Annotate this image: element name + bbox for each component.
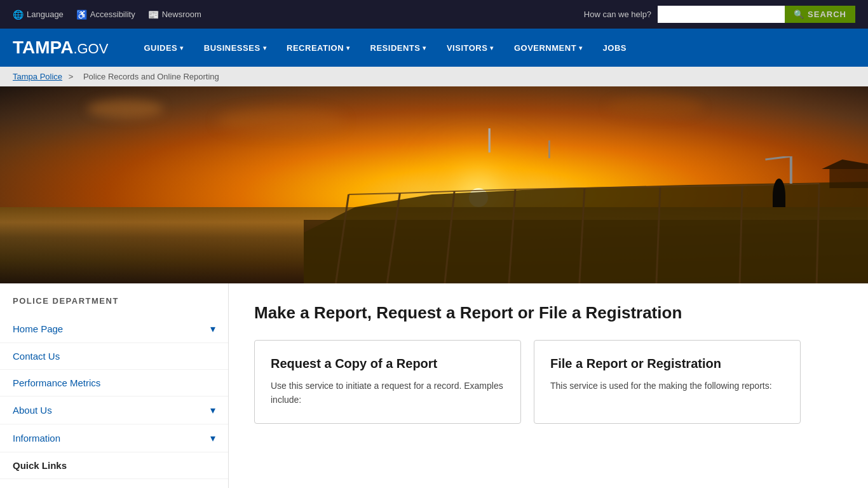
breadcrumb-parent[interactable]: Tampa Police	[13, 72, 62, 81]
government-chevron-icon: ▾	[579, 44, 583, 51]
site-logo[interactable]: TAMPA.GOV	[13, 37, 108, 58]
nav-residents-label: RESIDENTS	[370, 43, 421, 53]
sidebar-item-customerservice[interactable]: Customer Service Center	[0, 479, 228, 488]
main-nav: GUIDES ▾ BUSINESSES ▾ RECREATION ▾ RESID…	[133, 29, 855, 67]
sidebar-section-title: POLICE DEPARTMENT	[0, 296, 228, 315]
expand-icon-aboutus: ▾	[210, 404, 215, 416]
sidebar-item-quicklinks[interactable]: Quick Links	[0, 452, 228, 479]
language-icon: 🌐	[13, 10, 24, 20]
sidebar-link-performance: Performance Metrics	[13, 377, 100, 388]
card-request-report-desc: Use this service to initiate a request f…	[271, 379, 505, 407]
sidebar-item-contactus[interactable]: Contact Us	[0, 343, 228, 370]
top-bar: 🌐 Language ♿ Accessibility 📰 Newsroom Ho…	[0, 0, 868, 29]
search-button[interactable]: 🔍 SEARCH	[785, 6, 855, 23]
accessibility-label: Accessibility	[90, 10, 135, 19]
page-title: Make a Report, Request a Report or File …	[254, 302, 843, 324]
newsroom-label: Newsroom	[162, 10, 201, 19]
card-file-report-title: File a Report or Registration	[550, 356, 784, 371]
visitors-chevron-icon: ▾	[490, 44, 494, 51]
breadcrumb-separator: >	[69, 72, 76, 81]
recreation-chevron-icon: ▾	[346, 44, 350, 51]
hero-pier	[304, 156, 868, 283]
content-area: Make a Report, Request a Report or File …	[229, 283, 868, 488]
language-link[interactable]: 🌐 Language	[13, 10, 64, 20]
card-file-report-desc: This service is used for the making the …	[550, 379, 784, 393]
search-prompt: How can we help?	[584, 10, 651, 19]
accessibility-icon: ♿	[76, 10, 87, 20]
hero-image: | |	[0, 86, 868, 283]
nav-businesses[interactable]: BUSINESSES ▾	[194, 29, 276, 67]
sidebar-link-homepage: Home Page	[13, 323, 63, 334]
nav-recreation-label: RECREATION	[287, 43, 344, 53]
card-request-report: Request a Copy of a Report Use this serv…	[254, 340, 521, 424]
sidebar-item-information[interactable]: Information ▾	[0, 424, 228, 452]
guides-chevron-icon: ▾	[180, 44, 184, 51]
nav-visitors[interactable]: VISITORS ▾	[437, 29, 504, 67]
card-file-report: File a Report or Registration This servi…	[534, 340, 801, 424]
expand-icon-information: ▾	[210, 432, 215, 444]
nav-jobs-label: JOBS	[603, 43, 627, 53]
sidebar-item-homepage[interactable]: Home Page ▾	[0, 315, 228, 343]
newsroom-icon: 📰	[148, 10, 159, 20]
nav-recreation[interactable]: RECREATION ▾	[276, 29, 360, 67]
main-content: POLICE DEPARTMENT Home Page ▾ Contact Us…	[0, 283, 868, 488]
logo-tampa: TAMPA	[13, 37, 73, 57]
top-bar-left: 🌐 Language ♿ Accessibility 📰 Newsroom	[13, 10, 571, 20]
lamp-post-2: |	[486, 125, 492, 153]
sidebar-item-performance[interactable]: Performance Metrics	[0, 370, 228, 396]
search-box: 🔍 SEARCH	[658, 6, 855, 23]
cards-row: Request a Copy of a Report Use this serv…	[254, 340, 843, 424]
nav-businesses-label: BUSINESSES	[204, 43, 261, 53]
nav-government-label: GOVERNMENT	[514, 43, 576, 53]
sidebar: POLICE DEPARTMENT Home Page ▾ Contact Us…	[0, 283, 229, 488]
search-button-label: SEARCH	[808, 10, 846, 19]
card-request-report-title: Request a Copy of a Report	[271, 356, 505, 371]
nav-bar: TAMPA.GOV GUIDES ▾ BUSINESSES ▾ RECREATI…	[0, 29, 868, 67]
person-silhouette	[773, 179, 785, 207]
sidebar-link-contactus: Contact Us	[13, 351, 60, 362]
logo-gov: .GOV	[73, 41, 108, 57]
nav-guides-label: GUIDES	[144, 43, 177, 53]
nav-residents[interactable]: RESIDENTS ▾	[360, 29, 437, 67]
sidebar-link-quicklinks: Quick Links	[13, 460, 67, 471]
newsroom-link[interactable]: 📰 Newsroom	[148, 10, 201, 20]
svg-rect-12	[829, 169, 868, 188]
nav-guides[interactable]: GUIDES ▾	[133, 29, 193, 67]
top-bar-right: How can we help? 🔍 SEARCH	[584, 6, 855, 23]
sidebar-link-information: Information	[13, 433, 60, 444]
language-label: Language	[27, 10, 64, 19]
lamp-post-1: |	[547, 137, 552, 159]
accessibility-link[interactable]: ♿ Accessibility	[76, 10, 135, 20]
cloud-1	[87, 99, 163, 118]
nav-government[interactable]: GOVERNMENT ▾	[504, 29, 593, 67]
svg-line-11	[766, 156, 791, 159]
breadcrumb-current: Police Records and Online Reporting	[83, 72, 219, 81]
search-icon: 🔍	[794, 10, 804, 19]
breadcrumb: Tampa Police > Police Records and Online…	[0, 67, 868, 86]
cloud-2	[217, 109, 344, 134]
businesses-chevron-icon: ▾	[263, 44, 267, 51]
search-input[interactable]	[658, 6, 785, 23]
cloud-3	[607, 96, 703, 118]
sidebar-item-aboutus[interactable]: About Us ▾	[0, 396, 228, 424]
nav-jobs[interactable]: JOBS	[593, 29, 637, 67]
residents-chevron-icon: ▾	[423, 44, 426, 51]
sidebar-link-aboutus: About Us	[13, 405, 52, 416]
expand-icon-homepage: ▾	[210, 323, 215, 335]
svg-marker-13	[822, 159, 868, 169]
nav-visitors-label: VISITORS	[447, 43, 487, 53]
